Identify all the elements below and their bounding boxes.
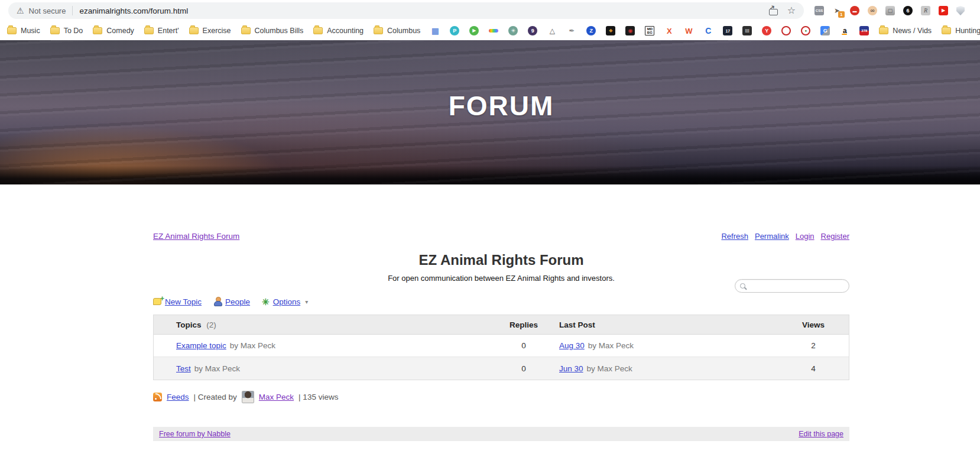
bookmark-rainbow-bar-icon[interactable] (489, 29, 498, 33)
bookmark-dark-red-circle-icon[interactable]: ◉ (625, 26, 635, 35)
bookmark-c-icon[interactable]: C (703, 26, 713, 35)
folder-icon (241, 27, 251, 34)
address-bar[interactable]: ⚠ Not secure ezanimalrights.com/forum.ht… (8, 2, 804, 19)
people-button[interactable]: People (213, 297, 250, 306)
options-button[interactable]: ✳ Options ▾ (262, 297, 308, 306)
bookmark-star-icon[interactable]: ☆ (787, 6, 796, 15)
search-box[interactable] (735, 279, 849, 293)
views-count-text: | 135 views (298, 393, 338, 401)
share-icon[interactable] (769, 9, 778, 15)
face-glasses-extension-icon[interactable]: ∞ (868, 6, 877, 15)
bookmark-folder-music[interactable]: Music (7, 27, 40, 35)
last-post-date-link[interactable]: Jun 30 (559, 364, 583, 373)
youtube-extension-icon[interactable]: ▶ (939, 6, 948, 15)
bookmark-bus-icon[interactable]: ▤ (742, 26, 752, 35)
bookmark-y-icon[interactable]: Y (762, 26, 771, 35)
dark-bird-extension-icon[interactable]: ➤1 (832, 6, 842, 15)
new-topic-icon (153, 298, 161, 305)
permalink-link[interactable]: Permalink (755, 232, 789, 241)
forum-page: EZ Animal Rights Forum RefreshPermalinkL… (153, 184, 849, 441)
folder-icon (50, 27, 60, 34)
bookmark-label: Accounting (327, 27, 364, 35)
extensions-strip: CSS➤1▬∞▢6R▶ (814, 6, 965, 15)
chevron-down-icon: ▾ (305, 299, 308, 305)
bookmark-folder-news-vids[interactable]: News / Vids (879, 27, 932, 35)
bookmark-label: Music (21, 27, 40, 35)
bookmark-folder-entert-[interactable]: Entert' (144, 27, 179, 35)
topics-count: (2) (206, 320, 216, 329)
login-link[interactable]: Login (796, 232, 814, 241)
bookmark-folder-exercise[interactable]: Exercise (189, 27, 231, 35)
folder-icon (189, 27, 199, 34)
nabble-link[interactable]: Free forum by Nabble (159, 430, 231, 438)
translate-icon: G (820, 26, 830, 35)
register-link[interactable]: Register (821, 232, 849, 241)
bookmark-label: To Do (64, 27, 83, 35)
bookmark-x-icon[interactable]: X (664, 26, 674, 35)
z-icon: Z (586, 26, 596, 35)
c-icon: C (703, 26, 713, 35)
stop-hand-extension-icon[interactable]: ▬ (850, 6, 859, 15)
topic-row: Testby Max Peck0Jun 30by Max Peck4 (154, 357, 849, 380)
bookmark-w-icon[interactable]: W (684, 26, 693, 35)
options-label: Options (273, 297, 301, 306)
bookmark-green-play-icon[interactable]: ▶ (469, 26, 479, 35)
bookmark-target-icon[interactable]: ● (801, 26, 810, 35)
folder-icon (374, 27, 383, 34)
bookmark-red-ring-icon[interactable] (781, 26, 791, 35)
black-g-extension-icon[interactable]: 6 (903, 6, 913, 15)
bookmark-folder-comedy[interactable]: Comedy (93, 27, 134, 35)
bookmark-folder-to-do[interactable]: To Do (50, 27, 83, 35)
bookmark-translate-icon[interactable]: G (820, 26, 830, 35)
topics-table: Topics (2) Replies Last Post Views Examp… (153, 315, 849, 380)
views-count: 2 (778, 341, 849, 350)
grid-app-icon: ▦ (430, 26, 440, 35)
last-post-author: by Max Peck (587, 364, 632, 373)
bookmark-label: Columbus Bills (255, 27, 304, 35)
r-extension-icon[interactable]: R (921, 6, 930, 15)
refresh-link[interactable]: Refresh (721, 232, 748, 241)
url-text: ezanimalrights.com/forum.html (79, 7, 188, 15)
topic-link[interactable]: Example topic (176, 341, 226, 350)
gear-icon: ✳ (262, 297, 270, 306)
last-post-date-link[interactable]: Aug 30 (559, 341, 585, 350)
avatar[interactable] (242, 391, 254, 403)
bookmark-folder-columbus[interactable]: Columbus (374, 27, 420, 35)
shield-extension-icon[interactable] (956, 6, 965, 15)
bookmark-folder-hunting[interactable]: Hunting (942, 27, 980, 35)
bookmark-purple-nine-icon[interactable]: 9 (528, 26, 537, 35)
bookmark-grid-app-icon[interactable]: ▦ (430, 26, 440, 35)
bookmark-tv-17-icon[interactable]: 17 (723, 26, 732, 35)
last-post-author: by Max Peck (588, 341, 634, 350)
camera-extension-icon[interactable]: ▢ (885, 6, 895, 15)
breadcrumb[interactable]: EZ Animal Rights Forum (153, 232, 239, 241)
bookmark-flask-icon[interactable]: △ (547, 26, 557, 35)
author-link[interactable]: Max Peck (259, 393, 294, 401)
not-secure-warning-icon: ⚠ (17, 7, 24, 15)
bookmark-label: Exercise (203, 27, 231, 35)
css-extension-icon[interactable]: CSS (814, 6, 824, 15)
person-icon (213, 297, 222, 306)
amazon-icon: a (840, 26, 849, 35)
topic-link[interactable]: Test (176, 364, 191, 373)
feeds-link[interactable]: Feeds (167, 393, 189, 401)
search-input[interactable] (749, 282, 844, 290)
bookmark-feather-icon[interactable]: ✒ (567, 26, 576, 35)
bookmark-folder-accounting[interactable]: Accounting (313, 27, 364, 35)
folder-icon (144, 27, 154, 34)
folder-icon (313, 27, 323, 34)
bookmark-route-378-badge-icon[interactable]: 378 (859, 26, 869, 35)
bookmark-cloud-p-icon[interactable]: P (450, 26, 459, 35)
topic-author: by Max Peck (230, 341, 275, 350)
edit-page-link[interactable]: Edit this page (799, 430, 843, 438)
bookmark-dark-diamond-icon[interactable]: ◆ (606, 26, 615, 35)
bookmark-chatgpt-icon[interactable]: ✳ (508, 26, 518, 35)
bookmark-amazon-icon[interactable]: a (840, 26, 849, 35)
folder-icon (7, 27, 17, 34)
folder-icon (879, 27, 888, 34)
bookmark-mdbg-icon[interactable]: MDBG (645, 26, 654, 35)
new-topic-button[interactable]: New Topic (153, 297, 202, 306)
bottom-bar: Free forum by Nabble Edit this page (153, 427, 849, 441)
bookmark-folder-columbus-bills[interactable]: Columbus Bills (241, 27, 304, 35)
bookmark-z-icon[interactable]: Z (586, 26, 596, 35)
